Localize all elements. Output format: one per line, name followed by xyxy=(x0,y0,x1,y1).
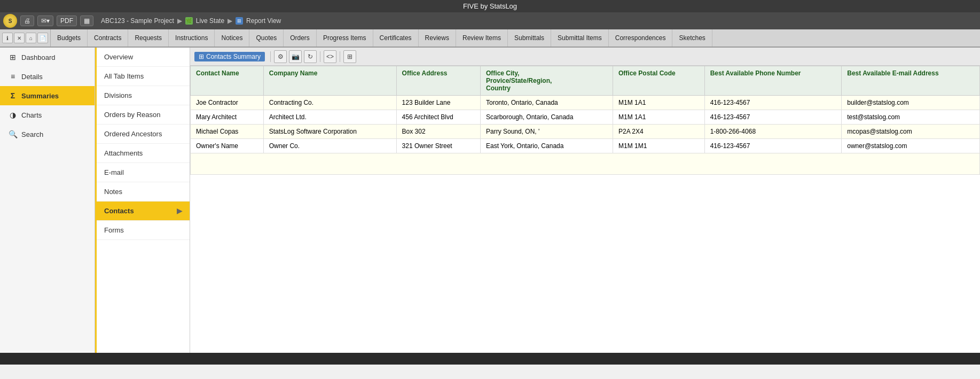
tab-budgets[interactable]: Budgets xyxy=(51,29,88,47)
cell-office-address: Box 302 xyxy=(396,125,480,139)
cell-phone: 416-123-4567 xyxy=(704,96,842,110)
app-toolbar: S 🖨 ✉▾ PDF ▦ ABC123 - Sample Project ▶ 🌿… xyxy=(0,12,980,29)
cell-city-region: Parry Sound, ON, ' xyxy=(480,125,613,139)
cell-phone: 1-800-266-4068 xyxy=(704,125,842,139)
zigzag-bar xyxy=(0,353,980,365)
sidebar-label-dashboard: Dashboard xyxy=(21,53,56,61)
email-button[interactable]: ✉▾ xyxy=(37,16,53,26)
summaries-icon: Σ xyxy=(9,91,17,100)
tab-correspondences[interactable]: Correspondences xyxy=(609,29,673,47)
refresh-button[interactable]: ↻ xyxy=(304,50,317,63)
submenu-item-forms[interactable]: Forms xyxy=(97,221,190,240)
camera-button[interactable]: 📷 xyxy=(289,50,302,63)
title-bar: FIVE by StatsLog xyxy=(0,0,980,12)
tab-orders[interactable]: Orders xyxy=(284,29,317,47)
tab-requests[interactable]: Requests xyxy=(128,29,169,47)
cell-postal-code: M1M 1A1 xyxy=(613,96,704,110)
content-toolbar: ⊞ Contacts Summary ⚙ 📷 ↻ <> ⊞ xyxy=(190,48,980,66)
page-tab-btn[interactable]: 📄 xyxy=(37,33,48,43)
toolbar-separator-1 xyxy=(270,51,271,62)
tab-bar-left-controls: ℹ ✕ ⌂ 📄 xyxy=(0,29,51,47)
gear-button[interactable]: ⚙ xyxy=(274,50,287,63)
cell-office-address: 123 Builder Lane xyxy=(396,96,480,110)
submenu-item-email[interactable]: E-mail xyxy=(97,163,190,182)
sidebar-label-charts: Charts xyxy=(21,111,42,119)
cell-postal-code: M1M 1M1 xyxy=(613,139,704,153)
breadcrumb-project[interactable]: ABC123 - Sample Project xyxy=(101,17,174,25)
table-row[interactable]: Joe Contractor Contracting Co. 123 Build… xyxy=(191,96,980,110)
tab-reviews[interactable]: Reviews xyxy=(419,29,456,47)
cell-postal-code: M1M 1A1 xyxy=(613,110,704,125)
print-button[interactable]: 🖨 xyxy=(20,16,34,26)
table-empty-row xyxy=(191,153,980,175)
breadcrumb-live-state[interactable]: Live State xyxy=(196,17,224,25)
table-row[interactable]: Michael Copas StatsLog Software Corporat… xyxy=(191,125,980,139)
report-view-icon: ⊞ xyxy=(236,17,243,25)
submenu-item-orders-by-reason[interactable]: Orders by Reason xyxy=(97,105,190,125)
sidebar-label-details: Details xyxy=(21,73,43,81)
col-contact-name: Contact Name xyxy=(191,66,264,96)
cell-phone: 416-123-4567 xyxy=(704,110,842,125)
info-tab-btn[interactable]: ℹ xyxy=(2,33,13,43)
home-tab-btn[interactable]: ⌂ xyxy=(26,33,36,43)
breadcrumb-report-view[interactable]: Report View xyxy=(246,17,281,25)
table-row[interactable]: Mary Architect Architect Ltd. 456 Archit… xyxy=(191,110,980,125)
col-city-region: Office City,Provice/State/Region,Country xyxy=(480,66,613,96)
submenu-item-contacts[interactable]: Contacts ▶ xyxy=(97,202,190,221)
toolbar-separator-3 xyxy=(340,51,340,62)
cell-city-region: East York, Ontario, Canada xyxy=(480,139,613,153)
submenu-item-ordered-ancestors[interactable]: Ordered Ancestors xyxy=(97,125,190,144)
sidebar-item-dashboard[interactable]: ⊞ Dashboard xyxy=(0,48,95,67)
tab-review-items[interactable]: Review Items xyxy=(456,29,508,47)
tab-sketches[interactable]: Sketches xyxy=(672,29,712,47)
cell-postal-code: P2A 2X4 xyxy=(613,125,704,139)
cell-contact-name: Joe Contractor xyxy=(191,96,264,110)
submenu-item-notes[interactable]: Notes xyxy=(97,182,190,202)
pdf-button[interactable]: PDF xyxy=(57,16,77,26)
submenu-item-divisions[interactable]: Divisions xyxy=(97,86,190,105)
cell-contact-name: Michael Copas xyxy=(191,125,264,139)
live-state-icon: 🌿 xyxy=(185,17,193,25)
content-area: ⊞ Contacts Summary ⚙ 📷 ↻ <> ⊞ Contact Na… xyxy=(190,48,980,353)
breadcrumb: ABC123 - Sample Project ▶ 🌿 Live State ▶… xyxy=(101,17,281,25)
dashboard-icon: ⊞ xyxy=(9,53,17,61)
col-phone: Best Available Phone Number xyxy=(704,66,842,96)
table-row[interactable]: Owner's Name Owner Co. 321 Owner Street … xyxy=(191,139,980,153)
sidebar-item-search[interactable]: 🔍 Search xyxy=(0,125,95,144)
submenu-item-overview[interactable]: Overview xyxy=(97,48,190,67)
cell-office-address: 456 Architect Blvd xyxy=(396,110,480,125)
table-wrapper[interactable]: Contact Name Company Name Office Address… xyxy=(190,66,980,353)
tab-certificates[interactable]: Certificates xyxy=(373,29,419,47)
sidebar-item-charts[interactable]: ◑ Charts xyxy=(0,105,95,125)
cell-phone: 416-123-4567 xyxy=(704,139,842,153)
sidebar-item-summaries[interactable]: Σ Summaries xyxy=(0,86,95,105)
tab-submittals[interactable]: Submittals xyxy=(508,29,551,47)
grid-button[interactable]: ⊞ xyxy=(343,50,356,63)
cell-company-name: Contracting Co. xyxy=(263,96,396,110)
code-button[interactable]: <> xyxy=(324,50,336,63)
cell-email: mcopas@statslog.com xyxy=(842,125,980,139)
submenu: Overview All Tab Items Divisions Orders … xyxy=(95,48,190,353)
app-title: FIVE by StatsLog xyxy=(463,2,517,10)
contacts-table: Contact Name Company Name Office Address… xyxy=(190,66,980,175)
close-tab-btn[interactable]: ✕ xyxy=(14,33,25,43)
tab-quotes[interactable]: Quotes xyxy=(249,29,284,47)
tab-notices[interactable]: Notices xyxy=(215,29,249,47)
submenu-item-all-tab-items[interactable]: All Tab Items xyxy=(97,67,190,86)
sidebar-item-details[interactable]: ≡ Details xyxy=(0,67,95,86)
extra-button[interactable]: ▦ xyxy=(80,16,93,26)
tab-progress-items[interactable]: Progress Items xyxy=(317,29,373,47)
cell-office-address: 321 Owner Street xyxy=(396,139,480,153)
cell-contact-name: Owner's Name xyxy=(191,139,264,153)
left-panel: ⊞ Dashboard ≡ Details Σ Summaries ◑ Char… xyxy=(0,48,190,353)
cell-city-region: Scarborough, Ontario, Canada xyxy=(480,110,613,125)
content-toolbar-title: ⊞ Contacts Summary xyxy=(194,52,265,61)
sidebar: ⊞ Dashboard ≡ Details Σ Summaries ◑ Char… xyxy=(0,48,95,353)
col-email: Best Available E-mail Address xyxy=(842,66,980,96)
tab-bar: ℹ ✕ ⌂ 📄 Budgets Contracts Requests Instr… xyxy=(0,29,980,48)
tab-instructions[interactable]: Instructions xyxy=(169,29,215,47)
submenu-item-attachments[interactable]: Attachments xyxy=(97,144,190,163)
tab-submittal-items[interactable]: Submittal Items xyxy=(551,29,609,47)
tab-contracts[interactable]: Contracts xyxy=(88,29,128,47)
table-header-row: Contact Name Company Name Office Address… xyxy=(191,66,980,96)
